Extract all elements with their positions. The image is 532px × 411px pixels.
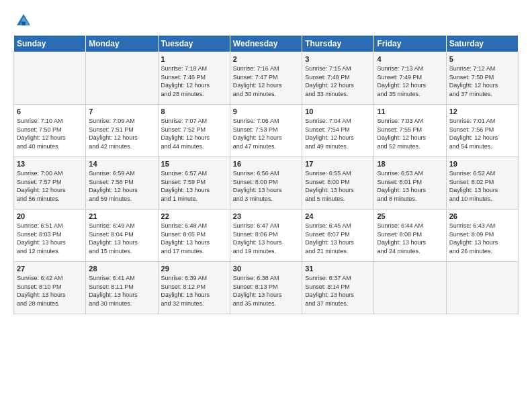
- calendar-cell: 16Sunrise: 6:56 AM Sunset: 8:00 PM Dayli…: [230, 157, 302, 210]
- day-number: 23: [233, 212, 299, 220]
- page: SundayMondayTuesdayWednesdayThursdayFrid…: [0, 0, 532, 411]
- calendar-cell: 3Sunrise: 7:15 AM Sunset: 7:48 PM Daylig…: [302, 52, 374, 105]
- day-number: 20: [17, 212, 83, 220]
- calendar-cell: 7Sunrise: 7:09 AM Sunset: 7:51 PM Daylig…: [86, 105, 158, 157]
- day-info: Sunrise: 7:01 AM Sunset: 7:56 PM Dayligh…: [449, 117, 515, 150]
- week-row-2: 13Sunrise: 7:00 AM Sunset: 7:57 PM Dayli…: [14, 157, 519, 210]
- day-number: 14: [89, 160, 154, 168]
- day-number: 28: [89, 265, 154, 273]
- day-info: Sunrise: 7:09 AM Sunset: 7:51 PM Dayligh…: [89, 117, 154, 150]
- day-number: 22: [161, 212, 227, 220]
- calendar-cell: 11Sunrise: 7:03 AM Sunset: 7:55 PM Dayli…: [374, 105, 446, 157]
- day-number: 26: [449, 212, 515, 220]
- calendar-cell: 10Sunrise: 7:04 AM Sunset: 7:54 PM Dayli…: [302, 105, 374, 157]
- day-info: Sunrise: 6:53 AM Sunset: 8:01 PM Dayligh…: [377, 169, 443, 203]
- calendar-cell: 4Sunrise: 7:13 AM Sunset: 7:49 PM Daylig…: [374, 52, 446, 105]
- day-info: Sunrise: 6:42 AM Sunset: 8:10 PM Dayligh…: [17, 274, 83, 308]
- day-info: Sunrise: 7:12 AM Sunset: 7:50 PM Dayligh…: [449, 64, 515, 98]
- calendar-cell: 9Sunrise: 7:06 AM Sunset: 7:53 PM Daylig…: [230, 105, 302, 157]
- day-number: 18: [377, 160, 443, 168]
- calendar-cell: 2Sunrise: 7:16 AM Sunset: 7:47 PM Daylig…: [230, 52, 302, 105]
- day-info: Sunrise: 7:07 AM Sunset: 7:52 PM Dayligh…: [161, 117, 227, 150]
- calendar-cell: 13Sunrise: 7:00 AM Sunset: 7:57 PM Dayli…: [14, 157, 86, 210]
- day-info: Sunrise: 6:44 AM Sunset: 8:08 PM Dayligh…: [377, 222, 443, 255]
- day-number: 12: [449, 107, 515, 116]
- calendar-cell: 25Sunrise: 6:44 AM Sunset: 8:08 PM Dayli…: [374, 210, 446, 262]
- calendar-cell: 26Sunrise: 6:43 AM Sunset: 8:09 PM Dayli…: [446, 210, 518, 262]
- day-number: 19: [449, 160, 515, 168]
- day-info: Sunrise: 7:18 AM Sunset: 7:46 PM Dayligh…: [161, 64, 227, 98]
- calendar-cell: 18Sunrise: 6:53 AM Sunset: 8:01 PM Dayli…: [374, 157, 446, 210]
- day-info: Sunrise: 6:43 AM Sunset: 8:09 PM Dayligh…: [449, 222, 515, 255]
- day-info: Sunrise: 6:49 AM Sunset: 8:04 PM Dayligh…: [89, 222, 154, 255]
- calendar-cell: 17Sunrise: 6:55 AM Sunset: 8:00 PM Dayli…: [302, 157, 374, 210]
- weekday-header-wednesday: Wednesday: [230, 36, 302, 52]
- day-number: 11: [377, 107, 443, 116]
- day-info: Sunrise: 6:37 AM Sunset: 8:14 PM Dayligh…: [305, 274, 371, 308]
- calendar-cell: 12Sunrise: 7:01 AM Sunset: 7:56 PM Dayli…: [446, 105, 518, 157]
- calendar-cell: [14, 52, 86, 105]
- day-info: Sunrise: 6:47 AM Sunset: 8:06 PM Dayligh…: [233, 222, 299, 255]
- day-number: 16: [233, 160, 299, 168]
- day-number: 7: [89, 107, 154, 116]
- day-info: Sunrise: 7:04 AM Sunset: 7:54 PM Dayligh…: [305, 117, 371, 150]
- day-number: 30: [233, 265, 299, 273]
- calendar-cell: 1Sunrise: 7:18 AM Sunset: 7:46 PM Daylig…: [158, 52, 230, 105]
- weekday-header-monday: Monday: [86, 36, 158, 52]
- calendar-cell: 6Sunrise: 7:10 AM Sunset: 7:50 PM Daylig…: [14, 105, 86, 157]
- calendar-cell: 19Sunrise: 6:52 AM Sunset: 8:02 PM Dayli…: [446, 157, 518, 210]
- weekday-header-friday: Friday: [374, 36, 446, 52]
- day-info: Sunrise: 6:55 AM Sunset: 8:00 PM Dayligh…: [305, 169, 371, 203]
- weekday-header-thursday: Thursday: [302, 36, 374, 52]
- calendar-cell: 15Sunrise: 6:57 AM Sunset: 7:59 PM Dayli…: [158, 157, 230, 210]
- calendar-cell: 29Sunrise: 6:39 AM Sunset: 8:12 PM Dayli…: [158, 262, 230, 314]
- logo-icon: [16, 13, 31, 28]
- weekday-header-saturday: Saturday: [446, 36, 518, 52]
- calendar-cell: 24Sunrise: 6:45 AM Sunset: 8:07 PM Dayli…: [302, 210, 374, 262]
- day-info: Sunrise: 7:16 AM Sunset: 7:47 PM Dayligh…: [233, 64, 299, 98]
- day-number: 4: [377, 55, 443, 63]
- day-number: 8: [161, 107, 227, 116]
- day-number: 6: [17, 107, 83, 116]
- day-number: 13: [17, 160, 83, 168]
- day-number: 3: [305, 55, 371, 63]
- weekday-header-row: SundayMondayTuesdayWednesdayThursdayFrid…: [14, 36, 519, 52]
- day-info: Sunrise: 7:06 AM Sunset: 7:53 PM Dayligh…: [233, 117, 299, 150]
- day-number: 31: [305, 265, 371, 273]
- calendar-cell: 14Sunrise: 6:59 AM Sunset: 7:58 PM Dayli…: [86, 157, 158, 210]
- calendar-cell: 31Sunrise: 6:37 AM Sunset: 8:14 PM Dayli…: [302, 262, 374, 314]
- week-row-4: 27Sunrise: 6:42 AM Sunset: 8:10 PM Dayli…: [14, 262, 519, 314]
- calendar-cell: 5Sunrise: 7:12 AM Sunset: 7:50 PM Daylig…: [446, 52, 518, 105]
- day-info: Sunrise: 6:48 AM Sunset: 8:05 PM Dayligh…: [161, 222, 227, 255]
- weekday-header-sunday: Sunday: [14, 36, 86, 52]
- day-number: 10: [305, 107, 371, 116]
- day-info: Sunrise: 7:10 AM Sunset: 7:50 PM Dayligh…: [17, 117, 83, 150]
- header: [13, 12, 519, 28]
- day-info: Sunrise: 6:51 AM Sunset: 8:03 PM Dayligh…: [17, 222, 83, 255]
- logo: [13, 15, 31, 28]
- day-info: Sunrise: 6:41 AM Sunset: 8:11 PM Dayligh…: [89, 274, 154, 308]
- day-info: Sunrise: 6:38 AM Sunset: 8:13 PM Dayligh…: [233, 274, 299, 308]
- calendar-cell: 22Sunrise: 6:48 AM Sunset: 8:05 PM Dayli…: [158, 210, 230, 262]
- calendar-cell: [374, 262, 446, 314]
- day-info: Sunrise: 6:56 AM Sunset: 8:00 PM Dayligh…: [233, 169, 299, 203]
- day-number: 25: [377, 212, 443, 220]
- day-number: 21: [89, 212, 154, 220]
- svg-rect-2: [21, 21, 26, 26]
- day-info: Sunrise: 7:00 AM Sunset: 7:57 PM Dayligh…: [17, 169, 83, 203]
- calendar-cell: [446, 262, 518, 314]
- day-info: Sunrise: 6:45 AM Sunset: 8:07 PM Dayligh…: [305, 222, 371, 255]
- week-row-3: 20Sunrise: 6:51 AM Sunset: 8:03 PM Dayli…: [14, 210, 519, 262]
- day-number: 17: [305, 160, 371, 168]
- day-number: 29: [161, 265, 227, 273]
- day-info: Sunrise: 7:03 AM Sunset: 7:55 PM Dayligh…: [377, 117, 443, 150]
- calendar-cell: 21Sunrise: 6:49 AM Sunset: 8:04 PM Dayli…: [86, 210, 158, 262]
- day-number: 5: [449, 55, 515, 63]
- calendar-cell: 20Sunrise: 6:51 AM Sunset: 8:03 PM Dayli…: [14, 210, 86, 262]
- calendar-cell: 27Sunrise: 6:42 AM Sunset: 8:10 PM Dayli…: [14, 262, 86, 314]
- day-number: 15: [161, 160, 227, 168]
- calendar-cell: [86, 52, 158, 105]
- day-info: Sunrise: 6:52 AM Sunset: 8:02 PM Dayligh…: [449, 169, 515, 203]
- week-row-0: 1Sunrise: 7:18 AM Sunset: 7:46 PM Daylig…: [14, 52, 519, 105]
- day-number: 9: [233, 107, 299, 116]
